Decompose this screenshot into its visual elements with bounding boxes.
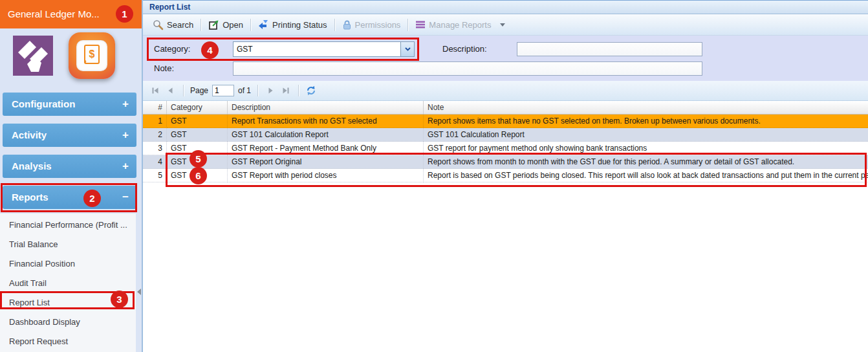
sidebar-item-report-request[interactable]: Report Request bbox=[0, 332, 136, 351]
table-row[interactable]: 5 GST GST Report with period closes Repo… bbox=[143, 169, 868, 182]
category-cell: GST bbox=[167, 115, 228, 128]
printing-status-icon bbox=[258, 19, 269, 30]
annotation-badge-2: 2 bbox=[83, 190, 101, 207]
expand-icon[interactable]: + bbox=[122, 124, 129, 147]
description-cell: Report Transactions with no GST selected bbox=[228, 115, 424, 128]
note-cell: Report is based on GST periods being clo… bbox=[424, 169, 868, 182]
toolbar: Search Open Printing Status Perm bbox=[143, 14, 868, 36]
manage-reports-icon bbox=[415, 20, 426, 29]
description-input[interactable] bbox=[517, 42, 702, 56]
sidebar-collapse-icon[interactable] bbox=[137, 289, 141, 295]
column-header-description[interactable]: Description bbox=[228, 101, 424, 114]
last-page-button[interactable] bbox=[280, 85, 292, 96]
manage-reports-label: Manage Reports bbox=[429, 20, 491, 30]
row-number-cell: 5 bbox=[143, 169, 167, 182]
row-number-cell: 2 bbox=[143, 128, 167, 142]
search-button[interactable]: Search bbox=[148, 19, 198, 30]
section-label: Configuration bbox=[12, 98, 75, 109]
search-label: Search bbox=[167, 20, 193, 30]
sidebar-section-analysis[interactable]: Analysis + bbox=[3, 155, 136, 178]
category-dropdown[interactable]: GST bbox=[233, 41, 415, 57]
sidebar-section-activity[interactable]: Activity + bbox=[3, 124, 136, 147]
column-header-number[interactable]: # bbox=[143, 101, 167, 114]
filter-panel: Category: GST Description: Note: 4 bbox=[143, 36, 868, 81]
column-header-category[interactable]: Category bbox=[167, 101, 228, 114]
dropdown-button[interactable] bbox=[400, 42, 414, 56]
description-cell: GST Report Original bbox=[228, 155, 424, 169]
expand-icon[interactable]: + bbox=[122, 93, 129, 116]
category-cell: GST bbox=[167, 128, 228, 142]
dollar-book-icon: $ bbox=[69, 32, 115, 79]
description-cell: GST Report - Payment Method Bank Only bbox=[228, 142, 424, 155]
prev-page-button[interactable] bbox=[165, 85, 177, 96]
open-label: Open bbox=[222, 20, 243, 30]
panel-title: Report List bbox=[149, 1, 868, 14]
toolbar-separator bbox=[334, 19, 335, 31]
sidebar-item-trial-balance[interactable]: Trial Balance bbox=[0, 235, 136, 254]
sidebar-section-configuration[interactable]: Configuration + bbox=[3, 93, 136, 116]
sidebar-report-items: Financial Performance (Profit ... Trial … bbox=[0, 214, 136, 352]
sidebar-section-reports[interactable]: Reports − bbox=[3, 186, 136, 209]
toolbar-separator bbox=[407, 19, 408, 31]
pager-separator bbox=[183, 85, 184, 96]
sidebar-item-financial-position[interactable]: Financial Position bbox=[0, 254, 136, 274]
note-cell: GST report for payment method only showi… bbox=[424, 142, 868, 155]
note-cell: Report shows from month to month with th… bbox=[424, 155, 868, 169]
category-label: Category: bbox=[154, 41, 190, 57]
purple-pinwheel-icon bbox=[13, 36, 53, 76]
open-icon bbox=[208, 19, 219, 30]
expand-icon[interactable]: + bbox=[122, 155, 129, 178]
permissions-button[interactable]: Permissions bbox=[338, 19, 406, 30]
annotation-badge-5: 5 bbox=[190, 150, 207, 168]
pagination-bar: Page of 1 bbox=[143, 81, 868, 101]
printing-status-label: Printing Status bbox=[272, 20, 327, 30]
logo-area: $ bbox=[0, 28, 142, 91]
table-row[interactable]: 3 GST GST Report - Payment Method Bank O… bbox=[143, 142, 868, 155]
table-row[interactable]: 2 GST GST 101 Calculation Report GST 101… bbox=[143, 128, 868, 142]
row-number-cell: 3 bbox=[143, 142, 167, 155]
sidebar-item-audit-trail[interactable]: Audit Trail bbox=[0, 274, 136, 293]
table-header: # Category Description Note bbox=[143, 101, 868, 115]
note-cell: Report shows items that have no GST sele… bbox=[424, 115, 868, 128]
section-label: Reports bbox=[12, 192, 49, 203]
chevron-down-icon[interactable] bbox=[500, 23, 505, 27]
note-label: Note: bbox=[154, 61, 174, 76]
row-number-cell: 4 bbox=[143, 155, 167, 169]
section-label: Analysis bbox=[12, 160, 52, 171]
permissions-lock-icon bbox=[342, 19, 352, 30]
description-cell: GST 101 Calculation Report bbox=[228, 128, 424, 142]
annotation-badge-3: 3 bbox=[111, 291, 128, 308]
page-label: Page bbox=[190, 86, 208, 95]
category-value: GST bbox=[237, 42, 253, 56]
toolbar-separator bbox=[201, 19, 201, 31]
manage-reports-button[interactable]: Manage Reports bbox=[411, 20, 510, 30]
section-label: Activity bbox=[12, 129, 47, 140]
last-page-icon bbox=[282, 87, 290, 94]
pager-separator bbox=[298, 85, 299, 96]
sidebar-item-financial-performance[interactable]: Financial Performance (Profit ... bbox=[0, 215, 136, 235]
note-cell: GST 101 Calculation Report bbox=[424, 128, 868, 142]
sidebar: General Ledger Mo... $ Configuration + A… bbox=[0, 0, 142, 352]
annotation-badge-6: 6 bbox=[190, 167, 207, 184]
note-input[interactable] bbox=[233, 61, 702, 76]
first-page-icon bbox=[151, 87, 159, 94]
description-label: Description: bbox=[442, 41, 487, 57]
next-page-button[interactable] bbox=[265, 85, 276, 96]
toolbar-separator bbox=[250, 19, 251, 31]
page-number-input[interactable] bbox=[212, 85, 234, 96]
printing-status-button[interactable]: Printing Status bbox=[254, 19, 332, 30]
refresh-icon bbox=[306, 85, 316, 96]
sidebar-item-dashboard-display[interactable]: Dashboard Display bbox=[0, 313, 136, 332]
annotation-badge-1: 1 bbox=[116, 5, 133, 23]
next-page-icon bbox=[266, 87, 274, 94]
annotation-badge-4: 4 bbox=[201, 41, 219, 59]
dollar-glyph: $ bbox=[89, 49, 95, 60]
table-row[interactable]: 1 GST Report Transactions with no GST se… bbox=[143, 115, 868, 128]
search-icon bbox=[153, 19, 164, 30]
refresh-button[interactable] bbox=[305, 85, 317, 96]
table-row[interactable]: 4 GST GST Report Original Report shows f… bbox=[143, 155, 868, 169]
first-page-button[interactable] bbox=[149, 85, 161, 96]
open-button[interactable]: Open bbox=[204, 19, 248, 30]
column-header-note[interactable]: Note bbox=[424, 101, 868, 114]
collapse-icon[interactable]: − bbox=[122, 186, 129, 209]
